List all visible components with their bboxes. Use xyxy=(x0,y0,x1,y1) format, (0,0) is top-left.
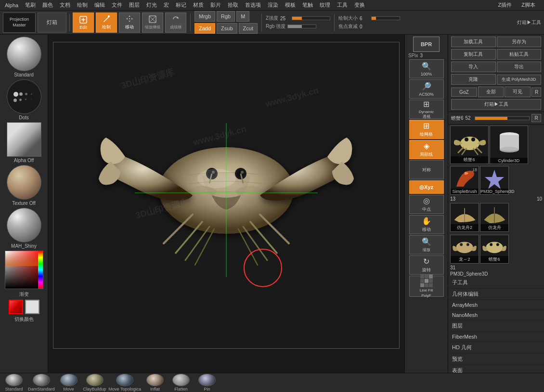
draw-size-slider[interactable] xyxy=(371,16,400,20)
menu-transform[interactable]: 变换 xyxy=(351,0,368,10)
xyz-button[interactable]: ◎Xyz xyxy=(409,180,444,194)
align-button[interactable]: 对称 xyxy=(409,160,444,179)
clone-button[interactable]: 克隆 xyxy=(451,74,496,85)
menu-pick[interactable]: 拾取 xyxy=(225,0,241,10)
zoom100-button[interactable]: 🔍 100% xyxy=(409,59,444,78)
goz-button[interactable]: GoZ xyxy=(451,88,477,97)
menu-material[interactable]: 材质 xyxy=(190,0,207,10)
array-mesh-menu[interactable]: ArrayMesh xyxy=(448,300,544,310)
zadd-button[interactable]: Zadd xyxy=(194,23,215,34)
zsub-button[interactable]: Zsub xyxy=(217,23,237,34)
menu-brush[interactable]: 笔刷 xyxy=(22,0,39,10)
menu-preferences[interactable]: 首选项 xyxy=(242,0,264,10)
paste-tool-button[interactable]: 粘贴工具 xyxy=(497,49,542,60)
preview-menu[interactable]: 预览 xyxy=(448,354,544,365)
longcrab2-thumb[interactable]: 龙～2 xyxy=(450,235,479,264)
brush-standard[interactable]: Standard xyxy=(2,374,26,392)
z-intensity-slider[interactable] xyxy=(292,16,330,20)
r-button[interactable]: R xyxy=(531,88,541,97)
menu-movie[interactable]: 影片 xyxy=(207,0,224,10)
background-color[interactable] xyxy=(25,300,39,314)
menu-render[interactable]: 渲染 xyxy=(265,0,281,10)
material-swatch[interactable]: MAH_Shiny xyxy=(2,208,46,249)
menu-marker[interactable]: 标记 xyxy=(173,0,189,10)
mrgb-button[interactable]: Mrgb xyxy=(194,11,215,22)
menu-alpha[interactable]: Alpha xyxy=(2,1,21,9)
import-button[interactable]: 导入 xyxy=(451,62,496,72)
brush-movetopological[interactable]: Move Topologica xyxy=(109,374,141,392)
ac50-button[interactable]: 🔎 AC50% xyxy=(409,79,444,99)
nano-mesh-menu[interactable]: NanoMesh xyxy=(448,310,544,320)
hd-geometry-menu[interactable]: HD 几何 xyxy=(448,342,544,354)
crab6-thumb[interactable]: 螃蟹6 xyxy=(450,126,489,164)
geometry-edit-menu[interactable]: 几何体编辑 xyxy=(448,289,544,300)
menu-stroke[interactable]: 笔触 xyxy=(299,0,316,10)
gen-polymesh-button[interactable]: 生成 PolyMesh3D xyxy=(497,75,542,85)
menu-light[interactable]: 灯光 xyxy=(143,0,160,10)
export-button[interactable]: 导出 xyxy=(497,62,542,72)
crab6c-thumb[interactable]: 螃蟹6 xyxy=(480,235,509,264)
brush-damstandard[interactable]: DamStandard xyxy=(28,374,55,392)
sub-tool-menu[interactable]: 子工具 xyxy=(448,277,544,289)
texture-swatch[interactable]: Texture Off xyxy=(2,165,46,206)
standard-brush-swatch[interactable]: Standard xyxy=(2,37,46,77)
rotate-view-button[interactable]: ↻ 旋转 xyxy=(409,255,444,275)
menu-tool[interactable]: 工具 xyxy=(334,0,350,10)
menu-draw[interactable]: 绘制 xyxy=(74,0,91,10)
grid-button[interactable]: ⊞ 绘网格 xyxy=(409,120,444,139)
foreground-color[interactable] xyxy=(9,300,23,314)
rotate-button[interactable]: 成续继 xyxy=(165,13,186,33)
lightbox-tool-button[interactable]: 灯箱▶工具 xyxy=(451,99,541,110)
menu-template[interactable]: 模板 xyxy=(282,0,298,10)
cylinder3d-thumb[interactable]: Cylinder3D xyxy=(490,126,528,164)
projection-master-button[interactable]: ProjectionMaster xyxy=(3,13,36,33)
surface-menu[interactable]: 表面 xyxy=(448,365,544,373)
menu-texture[interactable]: 纹理 xyxy=(317,0,333,10)
save-as-button[interactable]: 另存为 xyxy=(497,37,542,47)
menu-zmacro[interactable]: Z脚本 xyxy=(518,0,538,10)
visible-button[interactable]: 可见 xyxy=(505,87,531,97)
menu-file[interactable]: 文件 xyxy=(109,0,125,10)
brush-move[interactable]: Move xyxy=(57,374,81,392)
color-picker[interactable] xyxy=(5,251,43,289)
menu-zplugin[interactable]: Z插件 xyxy=(495,0,515,10)
menu-document[interactable]: 文档 xyxy=(57,0,73,10)
m-button[interactable]: M xyxy=(236,11,249,22)
menu-edit[interactable]: 编辑 xyxy=(91,0,108,10)
rgb-intensity-slider[interactable] xyxy=(287,25,316,28)
simplebrush-thumb[interactable]: 18 SimpleBrush xyxy=(450,166,479,195)
scale-view-button[interactable]: 🔍 缩放 xyxy=(409,235,444,254)
move-view-button[interactable]: ✋ 移动 xyxy=(409,215,444,234)
longzhou-thumb[interactable]: 仿龙舟 xyxy=(480,203,509,232)
brush-inflate[interactable]: Inflat xyxy=(143,374,167,392)
edit-button[interactable]: Edit xyxy=(73,13,94,33)
dots-brush-swatch[interactable]: Dots xyxy=(2,79,46,120)
move-button[interactable]: 移动 xyxy=(119,13,140,33)
midpoint-button[interactable]: ◎ 中点 xyxy=(409,195,444,214)
draw-button[interactable]: 绘制 xyxy=(96,13,117,33)
scale-button[interactable]: 缩放继续 xyxy=(142,13,163,33)
dynamic-perspective-button[interactable]: ⊞ Dynamic透视 xyxy=(409,100,444,119)
pm3d-sphere3d-thumb[interactable]: PM3D_Sphere3D xyxy=(480,166,509,195)
menu-macro[interactable]: 宏 xyxy=(161,0,172,10)
canvas-area[interactable]: 3D山印资源库 www.3dyk.cn 3D山印资源库 www.3dyk.cn xyxy=(48,35,404,373)
load-tool-button[interactable]: 加载工具 xyxy=(451,37,496,47)
alpha-swatch[interactable]: Alpha Off xyxy=(2,122,46,163)
line-fill-button[interactable]: Line Fill PolyF xyxy=(409,276,444,297)
brush-pinch[interactable]: Pin xyxy=(195,374,219,392)
symmetry-button[interactable]: ◈ 局部线 xyxy=(409,140,444,159)
zcut-button[interactable]: Zcut xyxy=(239,23,258,34)
rgb-button[interactable]: Rgb xyxy=(217,11,235,22)
fiber-mesh-menu[interactable]: FiberMesh xyxy=(448,332,544,342)
all-button[interactable]: 全部 xyxy=(478,87,504,97)
layers-menu[interactable]: 图层 xyxy=(448,320,544,332)
crab-r-button[interactable]: R xyxy=(531,114,541,122)
crab6-slider[interactable] xyxy=(475,116,530,120)
menu-layer[interactable]: 图层 xyxy=(126,0,142,10)
lightbox-button[interactable]: 灯箱 xyxy=(38,13,66,33)
bpr-button[interactable]: BPR xyxy=(413,37,440,52)
brush-flatten[interactable]: Flatten xyxy=(169,374,193,392)
brush-claybuildup[interactable]: ClayBuildup xyxy=(83,374,107,392)
menu-color[interactable]: 颜色 xyxy=(39,0,56,10)
copy-tool-button[interactable]: 复制工具 xyxy=(451,49,496,60)
